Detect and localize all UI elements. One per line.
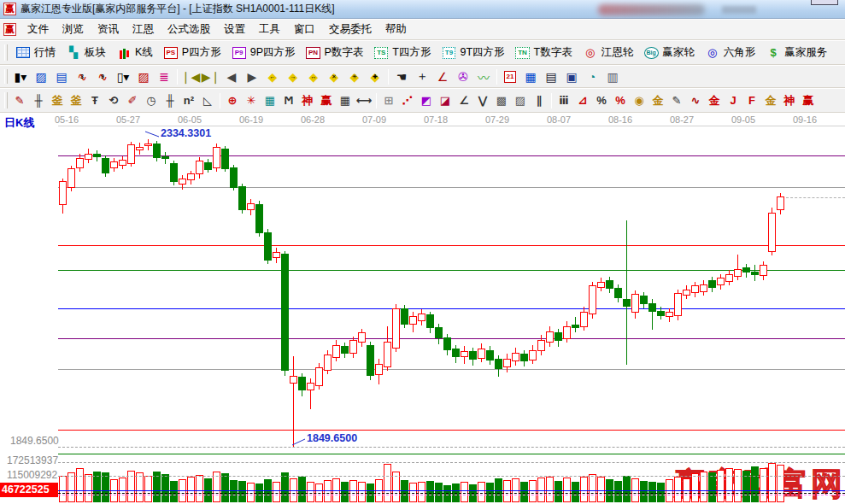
menu-江恩[interactable]: 江恩 bbox=[126, 20, 161, 39]
winner-wheel-button[interactable]: Big赢家轮 bbox=[638, 43, 700, 62]
candle-down bbox=[238, 186, 246, 210]
menu-交易委托[interactable]: 交易委托 bbox=[322, 20, 378, 39]
crosshair-tool-button[interactable]: ＋ bbox=[412, 67, 432, 86]
fan-tool-red[interactable]: ⋰ bbox=[398, 91, 417, 110]
hand-tool-button[interactable]: ☚ bbox=[391, 67, 412, 86]
percent-line-tool[interactable]: % bbox=[611, 91, 630, 110]
menu-文件[interactable]: 文件 bbox=[21, 20, 56, 39]
parallel-lines-tool[interactable]: ∥ bbox=[530, 91, 549, 110]
minute3-button[interactable]: ∿3 bbox=[72, 67, 92, 86]
nav-first-button[interactable]: ❘◀ bbox=[180, 67, 201, 86]
diamond-cross-button[interactable]: ◆✚ bbox=[365, 67, 385, 86]
target-tool[interactable]: ⊕ bbox=[223, 91, 242, 110]
v-lines-tool[interactable]: ⋁ bbox=[473, 91, 492, 110]
menu-资讯[interactable]: 资讯 bbox=[91, 20, 126, 39]
toolbar-grip[interactable] bbox=[4, 92, 8, 108]
p-digit-table-button[interactable]: PNP数字表 bbox=[300, 43, 368, 62]
shen-angle-tool[interactable]: 神 bbox=[780, 91, 799, 110]
candle-style-selector[interactable]: ▯▾ bbox=[113, 67, 133, 86]
diamond-star-button[interactable]: ◆✳ bbox=[344, 67, 365, 86]
diamond-left-button[interactable]: ◆← bbox=[262, 67, 283, 86]
volume-grid-line bbox=[58, 476, 845, 477]
scale-bars-tool[interactable]: ⅲ bbox=[555, 91, 573, 110]
notebook-button[interactable]: ▤ bbox=[541, 67, 561, 86]
angle-ruler-tool[interactable]: ◺ bbox=[198, 91, 217, 110]
n-square-tool[interactable]: n² bbox=[179, 91, 198, 110]
winner-service-button[interactable]: $赢家服务 bbox=[760, 43, 832, 62]
nav-next-button[interactable]: ▶ bbox=[242, 67, 262, 86]
star-burst-tool[interactable]: ✳ bbox=[242, 91, 261, 110]
p-square-button[interactable]: PSP四方形 bbox=[158, 43, 226, 62]
grid-123-tool[interactable]: ▦ bbox=[336, 91, 355, 110]
diamond-lr-button[interactable]: ◆↔ bbox=[303, 67, 324, 86]
percent-angle-tool[interactable]: ⊿ bbox=[573, 91, 592, 110]
gold-underline-tool[interactable]: 金 bbox=[705, 91, 724, 110]
grid-ruler-tool-2[interactable]: ╫ bbox=[161, 91, 179, 110]
menu-浏览[interactable]: 浏览 bbox=[56, 20, 91, 39]
angle-lines-tool[interactable]: ∠ bbox=[455, 91, 473, 110]
gold-gann-tool-2[interactable]: 釜 bbox=[67, 91, 85, 110]
gold-circle-tool[interactable]: ◉ bbox=[630, 91, 648, 110]
gold-lines-tool[interactable]: 金 bbox=[648, 91, 667, 110]
menu-帮助[interactable]: 帮助 bbox=[378, 20, 414, 39]
diamond-x-button[interactable]: ◆✕ bbox=[324, 67, 344, 86]
ying-tool[interactable]: 赢 bbox=[317, 91, 336, 110]
frame-tool[interactable]: ⊞ bbox=[379, 91, 398, 110]
fan-tool-purple[interactable]: ◩ bbox=[417, 91, 436, 110]
gann-marker-button[interactable]: ✇ bbox=[453, 67, 473, 86]
calculator-button[interactable]: ▦ bbox=[520, 67, 541, 86]
save-button[interactable]: ▣ bbox=[561, 67, 582, 86]
chip-distribution-button[interactable]: ▨ bbox=[133, 67, 154, 86]
width-arrow-tool[interactable]: ⟷ bbox=[355, 91, 373, 110]
fib-tool[interactable]: Ŧ bbox=[85, 91, 104, 110]
fan-tool-mixed[interactable]: ◪ bbox=[436, 91, 455, 110]
t-digit-table-button[interactable]: TNT数字表 bbox=[510, 43, 578, 62]
percent-tool[interactable]: % bbox=[592, 91, 611, 110]
f-angle-tool[interactable]: F bbox=[742, 91, 761, 110]
stats-clock-button[interactable]: ◔ bbox=[582, 67, 602, 86]
time-cycle-tool[interactable]: ◷ bbox=[142, 91, 161, 110]
j-angle-tool[interactable]: J bbox=[724, 91, 742, 110]
dense-grid-tool[interactable]: ▩ bbox=[492, 91, 511, 110]
volume-profile-button[interactable]: ≣ bbox=[154, 67, 174, 86]
marker-pen-tool[interactable]: ✎ bbox=[667, 91, 686, 110]
menu-窗口[interactable]: 窗口 bbox=[287, 20, 322, 39]
hexagon-button[interactable]: ◎六角形 bbox=[700, 43, 761, 62]
remote-computer-button[interactable]: ▥ bbox=[602, 67, 623, 86]
wave-a-tool[interactable]: ∿ bbox=[686, 91, 705, 110]
gold-gann-tool-1[interactable]: 釜 bbox=[48, 91, 67, 110]
kline-button[interactable]: K线 bbox=[111, 43, 158, 62]
toolbar-grip[interactable] bbox=[4, 44, 8, 61]
grid-arrow-tool[interactable]: ▨ bbox=[511, 91, 530, 110]
ninet-square-button[interactable]: T99T四方形 bbox=[436, 43, 509, 62]
diamond-right-button[interactable]: ◆→ bbox=[283, 67, 303, 86]
info-list-button[interactable]: ▤ bbox=[51, 67, 72, 86]
spiral-tool[interactable]: ⟲ bbox=[104, 91, 123, 110]
angle-measure-button[interactable]: ∠ bbox=[432, 67, 453, 86]
pen-tool[interactable]: ✎ bbox=[10, 91, 29, 110]
nav-last-button[interactable]: ▶❘ bbox=[201, 67, 221, 86]
toolbar-grip[interactable] bbox=[4, 69, 8, 85]
wave-tool-button[interactable]: 〰 bbox=[473, 67, 494, 86]
ninep-square-button[interactable]: P99P四方形 bbox=[226, 43, 301, 62]
pen-tool-2[interactable]: ✐ bbox=[123, 91, 142, 110]
gold-angle-tool[interactable]: 金 bbox=[761, 91, 780, 110]
t-square-button[interactable]: TST四方形 bbox=[368, 43, 436, 62]
nav-prev-button[interactable]: ◀ bbox=[221, 67, 242, 86]
calendar-button[interactable]: 21 bbox=[500, 67, 520, 86]
grid-box-tool[interactable]: ▦ bbox=[261, 91, 279, 110]
grid-ruler-tool[interactable]: ╫ bbox=[29, 91, 48, 110]
sectors-button[interactable]: ▚板块 bbox=[61, 43, 111, 62]
wave-m-tool[interactable]: Ϻ bbox=[279, 91, 298, 110]
quotes-button[interactable]: 行情 bbox=[10, 43, 61, 62]
menu-公式选股[interactable]: 公式选股 bbox=[161, 20, 217, 39]
ying-angle-tool[interactable]: 赢 bbox=[799, 91, 818, 110]
chip-pattern-button[interactable]: ▨ bbox=[31, 67, 51, 86]
menu-工具[interactable]: 工具 bbox=[252, 20, 287, 39]
gann-wheel-button[interactable]: ◎江恩轮 bbox=[578, 43, 639, 62]
kline-chart-canvas[interactable]: 日K线 1849.6500 172513937 115009292 467225… bbox=[0, 113, 845, 504]
menu-设置[interactable]: 设置 bbox=[217, 20, 252, 39]
period-selector[interactable]: ▮▾ bbox=[10, 67, 31, 86]
minute9-button[interactable]: ∿9 bbox=[92, 67, 113, 86]
shen-tool[interactable]: 神 bbox=[298, 91, 317, 110]
